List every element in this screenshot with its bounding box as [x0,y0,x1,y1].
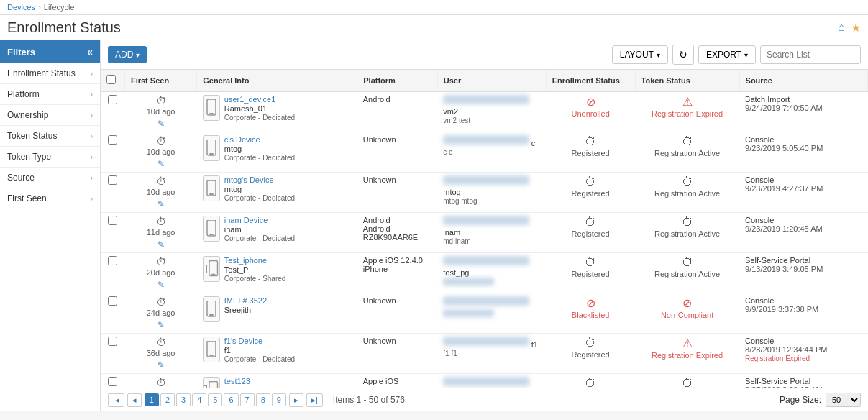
breadcrumb-devices[interactable]: Devices [7,3,35,12]
sidebar-collapse-btn[interactable]: « [87,46,93,58]
row-checkbox[interactable] [108,296,117,306]
cell-first-seen: ⏱ 10d ago ✎ [124,173,196,213]
clock-icon: ⏱ [682,135,693,148]
row-checkbox[interactable] [108,377,117,386]
device-ownership: Corporate - Shared [224,275,286,283]
platform-line2: Android [363,224,390,233]
edit-icon[interactable]: ✎ [157,199,165,209]
refresh-button[interactable]: ↻ [672,45,694,65]
export-button[interactable]: EXPORT ▾ [698,45,756,64]
sidebar-item-ownership[interactable]: Ownership › [0,105,100,126]
row-checkbox[interactable] [108,135,117,145]
select-all-checkbox[interactable] [106,75,116,84]
pag-last-btn[interactable]: ▸| [306,393,323,407]
platform-value: Unknown [363,296,396,305]
cell-general-info: inam Device inam Corporate - Dedicated [197,213,357,253]
clock-icon: ⏱ [682,216,693,229]
cell-first-seen: ⏱ 10d ago ✎ [124,132,196,173]
user-email: ████████████████ [443,175,529,185]
home-icon[interactable]: ⌂ [838,21,845,35]
device-ownership: Corporate - Dedicated [224,234,295,242]
time-ago: 10d ago [147,107,175,116]
pag-num-1[interactable]: 1 [145,393,159,406]
cell-first-seen: ⏱ 38d ago ✎ [124,374,196,388]
breadcrumb-lifecycle: Lifecycle [44,3,75,12]
device-name-link[interactable]: mtog's Device [224,175,295,184]
col-enrollment-status: Enrollment Status [546,70,635,91]
cell-user: ████████████████ inam md inam [437,213,546,253]
clock-icon: ⏱ [156,216,166,227]
edit-icon[interactable]: ✎ [157,320,165,330]
cell-general-info:  test123 cdivi Corporate - Dedicated [197,374,357,388]
pag-first-btn[interactable]: |◂ [108,393,124,407]
row-checkbox[interactable] [108,337,117,346]
user-email: ████████████████ [443,337,529,346]
row-checkbox[interactable] [108,256,117,265]
device-name-link[interactable]: user1_device1 [224,95,295,104]
device-icon [203,95,220,121]
edit-icon[interactable]: ✎ [157,360,165,370]
svg-rect-10 [207,301,216,316]
cell-enrollment-status: ⏱Registered [546,374,635,388]
add-button[interactable]: ADD ▾ [108,46,147,63]
sidebar-item-enrollment-status[interactable]: Enrollment Status › [0,63,100,84]
search-input[interactable] [760,45,861,64]
edit-icon[interactable]: ✎ [157,159,165,169]
svg-rect-8 [209,260,218,275]
device-ownership: Corporate - Dedicated [224,194,295,202]
user-email: ████████████████ [443,256,529,265]
svg-rect-5 [209,193,214,195]
device-name-link[interactable]: IMEI # 3522 [224,296,267,305]
sidebar-item-label: Token Type [7,152,51,162]
row-checkbox[interactable] [108,175,117,185]
table-row: ⏱ 38d ago ✎  test123 cdivi Corporate - … [101,374,868,388]
col-checkbox [101,70,124,91]
source-date: 9/23/2019 5:05:40 PM [745,144,823,152]
pag-num-4[interactable]: 4 [192,393,206,406]
cell-token-status: ⊘Non-Compliant [635,293,739,334]
device-name-link[interactable]: f1's Device [224,337,295,345]
device-name-link[interactable]: c's Device [224,135,295,144]
device-icon:  [203,256,220,282]
device-icon [203,216,220,242]
user-fullname: ██████████ [443,309,494,317]
sidebar-item-first-seen[interactable]: First Seen › [0,188,100,209]
layout-button[interactable]: LAYOUT ▾ [612,45,668,64]
source-extra: Registration Expired [745,355,810,362]
pag-next-btn[interactable]: ▸ [289,393,303,407]
sidebar-item-source[interactable]: Source › [0,168,100,188]
device-name-link[interactable]: inam Device [224,216,295,224]
pag-num-8[interactable]: 8 [256,393,270,406]
edit-icon[interactable]: ✎ [157,280,165,290]
toolbar: ADD ▾ LAYOUT ▾ ↻ EXPORT ▾ [101,40,868,70]
pag-num-6[interactable]: 6 [224,393,238,406]
row-checkbox[interactable] [108,216,117,225]
sidebar-item-token-type[interactable]: Token Type › [0,147,100,168]
page-size-select[interactable]: 50 25 100 [826,393,861,407]
source-name: Console [745,216,774,224]
user-fullname: vm2 test [443,117,470,124]
device-name-link[interactable]: test123 [224,377,295,385]
pag-num-3[interactable]: 3 [176,393,191,406]
star-icon[interactable]: ★ [851,21,861,35]
cell-platform: AndroidAndroidRZ8K90AAR6E [357,213,438,253]
device-name-link[interactable]: Test_iphone [224,256,286,265]
pag-num-2[interactable]: 2 [160,393,175,406]
table-row: ⏱ 20d ago ✎  Test_iphone Test_P Corpora… [101,253,868,293]
cell-user: ████████████████ ██████████ [437,293,546,334]
cell-enrollment-status: ⏱Registered [546,213,635,253]
breadcrumb: Devices › Lifecycle [0,0,868,15]
source-name: Console [745,296,774,305]
edit-icon[interactable]: ✎ [157,119,165,129]
pag-prev-btn[interactable]: ◂ [127,393,142,407]
svg-rect-0 [207,99,216,115]
pag-num-7[interactable]: 7 [240,393,255,406]
source-name: Console [745,175,774,184]
token-status-text: Registration Expired [652,351,723,360]
pag-num-5[interactable]: 5 [208,393,222,406]
edit-icon[interactable]: ✎ [157,239,165,250]
sidebar-item-token-status[interactable]: Token Status › [0,126,100,147]
sidebar-item-platform[interactable]: Platform › [0,84,100,105]
pag-num-9[interactable]: 9 [272,393,286,406]
row-checkbox[interactable] [108,95,117,104]
